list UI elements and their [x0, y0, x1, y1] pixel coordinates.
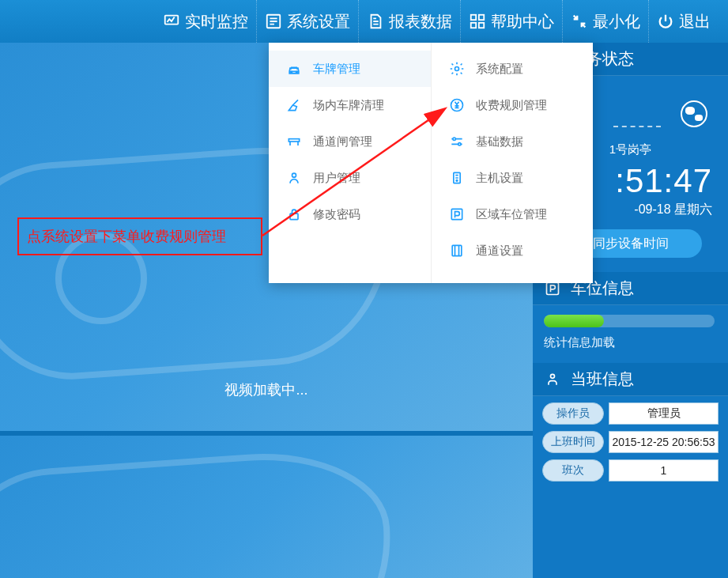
svg-rect-0 [165, 16, 179, 25]
menu-label: 修改密码 [313, 207, 360, 222]
svg-rect-3 [479, 15, 484, 20]
yen-circle-icon [449, 97, 465, 113]
duty-value: 1 [609, 459, 719, 482]
settings-list-icon [265, 13, 282, 30]
nav-realtime-monitor[interactable]: 实时监控 [155, 0, 256, 43]
annotation-text: 点系统设置下菜单收费规则管理 [27, 227, 226, 246]
nav-label: 报表数据 [389, 11, 452, 32]
svg-rect-20 [451, 209, 462, 219]
nav-label: 退出 [679, 11, 711, 32]
monitor-icon [163, 13, 180, 30]
channel-icon [449, 243, 465, 259]
dropdown-col-left: 车牌管理 场内车牌清理 通道闸管理 用户管理 修改密码 [269, 43, 432, 283]
parking-info-panel: 车位信息 统计信息加载 [533, 272, 728, 357]
gear-icon [449, 61, 465, 77]
nav-report-data[interactable]: 报表数据 [358, 0, 460, 43]
duty-label: 班次 [542, 459, 604, 482]
menu-fee-rules[interactable]: 收费规则管理 [432, 87, 594, 123]
video-panel-bottom [0, 436, 533, 578]
broom-icon [286, 97, 302, 113]
menu-plate-management[interactable]: 车牌管理 [269, 51, 431, 87]
nav-exit[interactable]: 退出 [648, 0, 719, 43]
top-toolbar: 实时监控 系统设置 报表数据 帮助中心 最小化 退出 [0, 0, 728, 43]
nav-help-center[interactable]: 帮助中心 [460, 0, 562, 43]
menu-host-settings[interactable]: 主机设置 [432, 160, 594, 196]
grid-icon [469, 13, 486, 30]
panel-title: 当班信息 [571, 368, 634, 390]
panel-header-duty: 当班信息 [533, 363, 728, 396]
nav-label: 最小化 [593, 11, 640, 32]
user-icon [286, 170, 302, 186]
duty-value: 2015-12-25 20:56:53 [609, 431, 719, 453]
menu-label: 车牌管理 [313, 62, 360, 77]
duty-row-shift: 班次 1 [542, 459, 719, 482]
menu-label: 用户管理 [313, 171, 360, 186]
lock-icon [286, 206, 302, 222]
svg-point-17 [458, 143, 460, 145]
menu-label: 收费规则管理 [476, 98, 547, 113]
menu-label: 场内车牌清理 [313, 98, 384, 113]
menu-change-password[interactable]: 修改密码 [269, 196, 431, 232]
duty-row-start-time: 上班时间 2015-12-25 20:56:53 [542, 431, 719, 453]
nav-label: 系统设置 [287, 11, 350, 32]
minimize-icon [571, 13, 588, 30]
svg-rect-5 [479, 23, 484, 28]
parking-progress [544, 315, 715, 327]
svg-rect-2 [471, 15, 476, 20]
menu-label: 通道闸管理 [313, 134, 372, 149]
menu-label: 区域车位管理 [476, 207, 547, 222]
menu-label: 通道设置 [476, 244, 523, 259]
svg-point-14 [455, 67, 458, 71]
settings-dropdown: 车牌管理 场内车牌清理 通道闸管理 用户管理 修改密码 [269, 43, 593, 283]
svg-point-16 [453, 138, 455, 140]
svg-rect-11 [289, 139, 299, 142]
car-icon [286, 61, 302, 77]
svg-point-10 [296, 71, 298, 73]
svg-rect-21 [452, 245, 462, 255]
menu-basic-data[interactable]: 基础数据 [432, 123, 594, 160]
menu-label: 系统配置 [476, 62, 523, 77]
svg-point-19 [456, 180, 458, 182]
host-icon [449, 170, 465, 186]
svg-point-8 [551, 374, 555, 378]
sliders-icon [449, 134, 465, 149]
nav-minimize[interactable]: 最小化 [562, 0, 648, 43]
person-desk-icon [544, 371, 561, 388]
duty-info-panel: 当班信息 操作员 管理员 上班时间 2015-12-25 20:56:53 班次… [533, 363, 728, 482]
duty-row-operator: 操作员 管理员 [542, 402, 719, 425]
menu-area-parking[interactable]: 区域车位管理 [432, 196, 594, 232]
duty-label: 操作员 [542, 402, 604, 425]
svg-rect-4 [471, 23, 476, 28]
svg-point-9 [291, 71, 292, 73]
menu-channel-settings[interactable]: 通道设置 [432, 232, 594, 269]
svg-point-12 [292, 173, 296, 177]
svg-rect-13 [290, 213, 298, 220]
nav-label: 帮助中心 [491, 11, 554, 32]
gate-icon [286, 134, 302, 149]
parking-area-icon [449, 206, 465, 222]
annotation-callout: 点系统设置下菜单收费规则管理 [17, 217, 262, 255]
nav-system-settings[interactable]: 系统设置 [256, 0, 358, 43]
duty-label: 上班时间 [542, 431, 604, 453]
parking-progress-bar [544, 315, 604, 327]
connection-line [613, 126, 661, 127]
dropdown-col-right: 系统配置 收费规则管理 基础数据 主机设置 区域车位管理 [432, 43, 594, 283]
video-loading-text: 视频加载中... [224, 380, 307, 399]
menu-system-config[interactable]: 系统配置 [432, 51, 594, 87]
menu-user-management[interactable]: 用户管理 [269, 160, 431, 196]
menu-gate-management[interactable]: 通道闸管理 [269, 123, 431, 160]
menu-label: 主机设置 [476, 171, 523, 186]
parking-stats-text: 统计信息加载 [544, 335, 717, 350]
document-icon [367, 13, 384, 30]
duty-value: 管理员 [609, 402, 719, 425]
nav-label: 实时监控 [185, 11, 248, 32]
globe-icon [681, 100, 707, 127]
menu-plate-cleanup[interactable]: 场内车牌清理 [269, 87, 431, 123]
power-icon [657, 13, 674, 30]
menu-label: 基础数据 [476, 134, 523, 149]
